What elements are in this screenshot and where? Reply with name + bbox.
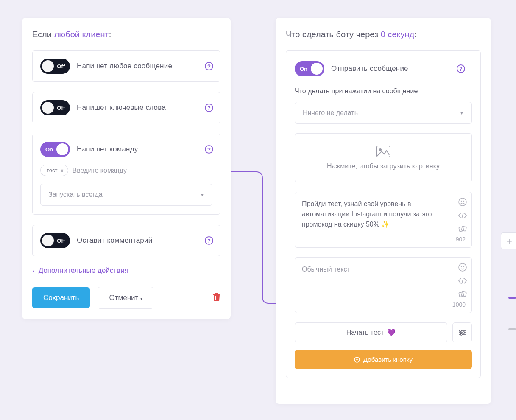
add-step-handle[interactable]: ＋	[501, 232, 516, 249]
code-icon[interactable]	[458, 276, 467, 286]
svg-rect-0	[377, 146, 390, 157]
click-action-value: Ничего не делать	[303, 109, 358, 117]
click-action-label: Что делать при нажатии на сообщение	[295, 87, 472, 95]
toggle-any-message[interactable]: Off	[40, 59, 70, 74]
save-button[interactable]: Сохранить	[32, 287, 90, 308]
command-input[interactable]: Введите команду	[73, 167, 127, 174]
help-icon[interactable]: ?	[205, 236, 213, 245]
chip-label: тест	[47, 167, 58, 174]
svg-point-12	[460, 330, 461, 332]
label-keywords: Напишет ключевые слова	[77, 104, 212, 112]
run-mode-label: Запускать всегда	[48, 191, 103, 199]
action-buttons-row: Сохранить Отменить	[32, 287, 220, 309]
action-header-delay: 0 секунд	[381, 30, 415, 39]
message-text-2[interactable]: Обычный текст 1000	[295, 257, 472, 313]
svg-point-7	[459, 263, 466, 271]
flow-connector	[231, 165, 277, 310]
heart-icon: 💜	[387, 328, 396, 336]
sliders-icon	[458, 330, 466, 336]
help-icon[interactable]: ?	[205, 62, 213, 70]
trigger-command-block: On Напишет команду ? тест х Введите кома…	[32, 134, 220, 215]
marker-active	[508, 297, 516, 299]
toggle-command[interactable]: On	[40, 142, 70, 157]
message-text-2-placeholder: Обычный текст	[302, 264, 451, 274]
upload-label: Нажмите, чтобы загрузить картинку	[327, 162, 440, 170]
message-1-char-count: 902	[456, 235, 466, 244]
action-header: Что сделать боту через 0 секунд:	[286, 30, 481, 39]
extra-actions-toggle[interactable]: › Дополнительные действия	[32, 266, 220, 275]
send-message-block: On Отправить сообщение ? Что делать при …	[286, 50, 481, 378]
message-text-1-content: Пройди тест, узнай свой уровень в автома…	[302, 199, 451, 230]
toggle-send-message[interactable]: On	[295, 61, 324, 76]
trigger-header-client: любой клиент	[54, 30, 109, 39]
side-markers	[508, 297, 516, 306]
upload-image-box[interactable]: Нажмите, чтобы загрузить картинку	[295, 133, 472, 182]
cancel-button[interactable]: Отменить	[98, 287, 153, 309]
trigger-header: Если любой клиент:	[32, 30, 220, 39]
emoji-icon[interactable]	[458, 197, 467, 207]
emoji-icon[interactable]	[458, 263, 467, 272]
dice-icon[interactable]	[458, 224, 467, 234]
toggle-comment[interactable]: Off	[40, 233, 70, 248]
command-input-row: тест х Введите команду	[40, 165, 212, 176]
trigger-keywords-row: Off Напишет ключевые слова ?	[32, 92, 220, 123]
label-any-message: Напишет любое сообщение	[77, 62, 212, 70]
message-2-char-count: 1000	[452, 300, 466, 309]
message-tools	[458, 197, 467, 234]
svg-point-3	[461, 201, 462, 202]
cta-button-label[interactable]: Начать тест 💜	[295, 322, 447, 342]
chip-remove-icon[interactable]: х	[61, 168, 64, 174]
add-button[interactable]: Добавить кнопку	[295, 350, 472, 369]
command-chip[interactable]: тест х	[40, 165, 68, 176]
cta-button-row: Начать тест 💜	[295, 322, 472, 342]
cta-settings-button[interactable]	[452, 322, 472, 342]
svg-point-8	[461, 266, 462, 267]
add-button-label: Добавить кнопку	[363, 356, 413, 363]
workspace-canvas: Если любой клиент: Off Напишет любое соо…	[0, 0, 516, 420]
run-mode-select[interactable]: Запускать всегда ▼	[40, 184, 212, 206]
help-icon[interactable]: ?	[205, 104, 213, 112]
help-icon[interactable]: ?	[457, 64, 465, 73]
svg-point-1	[379, 148, 382, 151]
trigger-comment-row: Off Оставит комментарий ?	[32, 225, 220, 256]
trigger-header-prefix: Если	[32, 30, 52, 39]
chevron-right-icon: ›	[32, 267, 34, 274]
marker-inactive	[508, 328, 516, 330]
message-text-1[interactable]: Пройди тест, узнай свой уровень в автома…	[295, 192, 472, 248]
delete-icon[interactable]	[213, 293, 220, 303]
svg-point-14	[460, 333, 462, 335]
toggle-keywords[interactable]: Off	[40, 100, 70, 115]
message-tools	[458, 263, 467, 299]
svg-point-4	[463, 201, 464, 202]
trigger-panel: Если любой клиент: Off Напишет любое соо…	[22, 18, 231, 319]
label-command: Напишет команду	[77, 145, 212, 154]
svg-point-13	[463, 332, 465, 333]
image-icon	[376, 146, 390, 157]
label-comment: Оставит комментарий	[77, 236, 212, 245]
extra-actions-label: Дополнительные действия	[39, 266, 128, 275]
action-panel: Что сделать боту через 0 секунд: On Отпр…	[276, 18, 491, 404]
code-icon[interactable]	[458, 211, 467, 220]
chevron-down-icon: ▼	[200, 193, 204, 197]
label-send-message: Отправить сообщение	[331, 64, 472, 73]
help-icon[interactable]: ?	[205, 145, 213, 154]
dice-icon[interactable]	[458, 290, 467, 299]
action-header-prefix: Что сделать боту через	[286, 30, 378, 39]
svg-point-9	[463, 266, 464, 267]
click-action-select[interactable]: Ничего не делать ▼	[295, 102, 472, 124]
plus-circle-icon	[354, 357, 360, 363]
cta-text: Начать тест	[346, 329, 384, 336]
trigger-any-message-row: Off Напишет любое сообщение ?	[32, 50, 220, 82]
chevron-down-icon: ▼	[460, 111, 464, 115]
svg-point-2	[459, 198, 466, 206]
